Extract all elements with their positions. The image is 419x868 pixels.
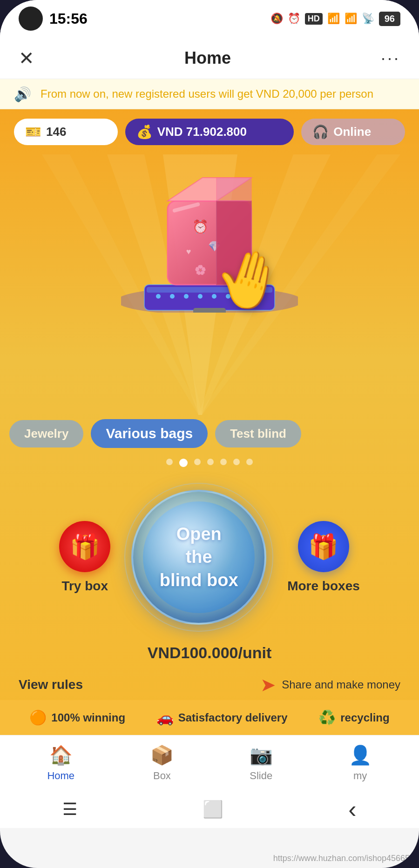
signal-icon-2: 📶: [345, 13, 357, 25]
jewelry-label: Jewelry: [24, 427, 68, 441]
balance-stat[interactable]: 💰 VND 71.902.800: [125, 119, 294, 145]
back-nav-button[interactable]: ‹: [348, 795, 356, 823]
box-nav-label: Box: [153, 770, 171, 782]
alarm-icon: ⏰: [288, 13, 300, 25]
try-box-label: Try box: [61, 579, 108, 594]
svg-rect-16: [193, 308, 226, 313]
view-rules-button[interactable]: View rules: [19, 677, 83, 692]
home-nav-icon: 🏠: [49, 744, 73, 766]
svg-text:♥: ♥: [186, 247, 191, 256]
tickets-value: 146: [46, 125, 66, 139]
try-box-icon: 🎁: [59, 521, 110, 572]
mute-icon: 🔕: [270, 13, 283, 25]
various-bags-label: Various bags: [106, 426, 193, 441]
feature-winning: 🟠 100% winning: [29, 709, 125, 726]
delivery-icon: 🚗: [156, 709, 174, 726]
share-label: Share and make money: [282, 678, 400, 691]
more-button[interactable]: ···: [381, 48, 400, 68]
svg-marker-24: [216, 178, 251, 201]
nav-home[interactable]: 🏠 Home: [38, 740, 84, 787]
online-stat[interactable]: 🎧 Online: [301, 119, 405, 145]
svg-text:🌸: 🌸: [195, 264, 206, 275]
hd-icon: HD: [305, 13, 323, 25]
close-button[interactable]: ✕: [19, 47, 34, 69]
system-nav: ☰ ⬜ ‹: [0, 791, 419, 828]
dot-4[interactable]: [220, 459, 227, 465]
category-test-blind[interactable]: Test blind: [215, 420, 301, 447]
announcement-text: From now on, new registered users will g…: [41, 87, 373, 100]
dot-2[interactable]: [194, 459, 201, 465]
dot-0[interactable]: [166, 459, 173, 465]
main-content: 🎫 146 💰 VND 71.902.800 🎧 Online: [0, 109, 419, 735]
tickets-stat[interactable]: 🎫 146: [14, 119, 118, 145]
open-button-container[interactable]: Open the blind box: [129, 487, 269, 627]
category-jewelry[interactable]: Jewelry: [9, 420, 83, 447]
pagination-dots: [0, 452, 419, 474]
more-boxes-label: More boxes: [287, 579, 360, 594]
my-nav-icon: 👤: [349, 744, 372, 766]
status-bar: 15:56 🔕 ⏰ HD 📶 📶 📡 96: [0, 0, 419, 37]
ticket-icon: 🎫: [25, 124, 41, 140]
more-boxes-icon: 🎁: [298, 521, 349, 572]
nav-slide[interactable]: 📷 Slide: [240, 740, 282, 787]
box-nav-icon: 📦: [150, 744, 174, 766]
svg-text:⏰: ⏰: [192, 219, 209, 234]
menu-nav-button[interactable]: ☰: [62, 800, 77, 819]
dot-3[interactable]: [207, 459, 214, 465]
price-text: VND100.000/unit: [148, 644, 271, 661]
nav-my[interactable]: 👤 my: [339, 740, 381, 787]
action-section: 🎁 Try box Open the blind box 🎁 More: [0, 474, 419, 636]
blind-box-container[interactable]: ⏰ 💎 ♥ 🌸: [121, 164, 298, 350]
feature-recycling: ♻️ recycling: [318, 709, 389, 726]
wifi-icon: 📡: [362, 13, 374, 25]
category-pills: Jewelry Various bags Test blind: [0, 415, 419, 452]
stats-bar: 🎫 146 💰 VND 71.902.800 🎧 Online: [0, 109, 419, 154]
rules-section: View rules ➤ Share and make money: [0, 669, 419, 700]
button-glow-ring: [124, 483, 273, 632]
share-section[interactable]: ➤ Share and make money: [260, 674, 400, 695]
page-title: Home: [184, 48, 231, 68]
announcement-banner: 🔊 From now on, new registered users will…: [0, 79, 419, 109]
home-nav-button[interactable]: ⬜: [203, 800, 223, 819]
status-icons: 🔕 ⏰ HD 📶 📶 📡 96: [270, 12, 400, 26]
bottom-nav: 🏠 Home 📦 Box 📷 Slide 👤 my: [0, 735, 419, 791]
delivery-label: Satisfactory delivery: [178, 711, 288, 724]
nav-bar: ✕ Home ···: [0, 37, 419, 79]
signal-icon-1: 📶: [327, 13, 340, 25]
winning-label: 100% winning: [51, 711, 125, 724]
home-nav-label: Home: [47, 770, 74, 782]
status-time: 15:56: [49, 10, 88, 27]
recycling-icon: ♻️: [318, 709, 336, 726]
coin-icon: 💰: [136, 124, 153, 140]
svg-point-9: [170, 294, 175, 299]
winning-icon: 🟠: [29, 709, 47, 726]
slide-nav-label: Slide: [250, 770, 272, 782]
dot-5[interactable]: [233, 459, 240, 465]
announcement-icon: 🔊: [14, 86, 31, 102]
status-time-container: 15:56: [19, 7, 88, 31]
svg-point-8: [156, 294, 161, 299]
slide-nav-icon: 📷: [250, 744, 273, 766]
my-nav-label: my: [353, 770, 367, 782]
phone-frame: 15:56 🔕 ⏰ HD 📶 📶 📡 96 ✕ Home ··· 🔊 From …: [0, 0, 419, 868]
dot-1[interactable]: [179, 459, 188, 467]
battery-icon: 96: [379, 12, 400, 26]
camera-icon: [19, 7, 43, 31]
svg-point-10: [184, 294, 189, 299]
price-section: VND100.000/unit: [0, 636, 419, 669]
svg-point-11: [198, 294, 203, 299]
more-boxes-action[interactable]: 🎁 More boxes: [287, 521, 360, 594]
recycling-label: recycling: [340, 711, 389, 724]
category-various-bags[interactable]: Various bags: [91, 419, 208, 448]
test-blind-label: Test blind: [230, 427, 286, 441]
share-icon: ➤: [260, 674, 276, 695]
dot-6[interactable]: [246, 459, 253, 465]
try-box-action[interactable]: 🎁 Try box: [59, 521, 110, 594]
hero-section: ⏰ 💎 ♥ 🌸: [0, 154, 419, 415]
features-bar: 🟠 100% winning 🚗 Satisfactory delivery ♻…: [0, 700, 419, 735]
online-status: Online: [333, 125, 371, 139]
feature-delivery: 🚗 Satisfactory delivery: [156, 709, 288, 726]
nav-box[interactable]: 📦 Box: [141, 740, 183, 787]
balance-value: VND 71.902.800: [157, 125, 247, 139]
watermark: https://www.huzhan.com/ishop45665: [273, 854, 410, 863]
